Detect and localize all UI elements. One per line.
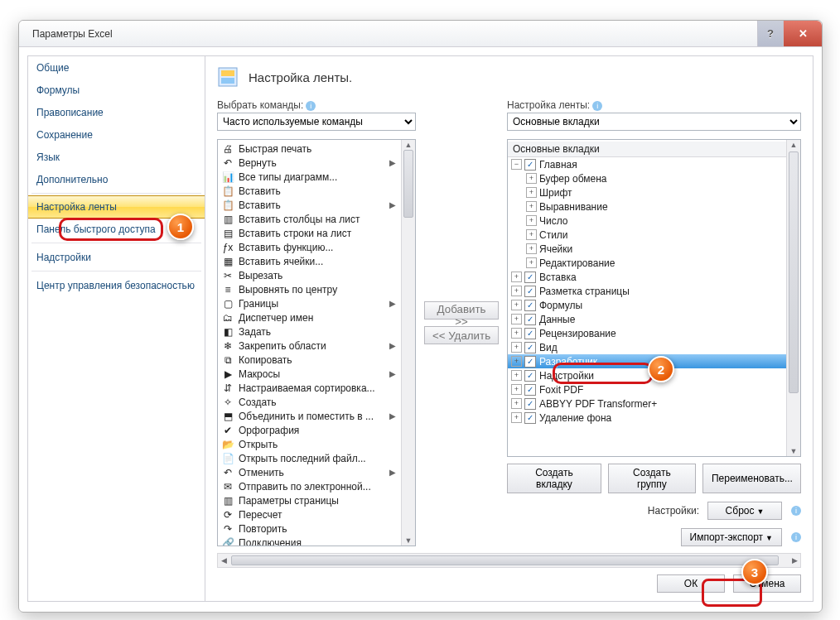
command-item[interactable]: ▥Параметры страницы: [218, 493, 402, 507]
info-icon[interactable]: i: [791, 506, 801, 516]
horizontal-scrollbar[interactable]: ◀▶: [217, 553, 801, 568]
command-item[interactable]: ▢Границы▶: [218, 296, 402, 310]
tree-expander[interactable]: +: [526, 229, 537, 240]
tree-checkbox[interactable]: ✓: [524, 356, 536, 368]
command-item[interactable]: ↷Повторить: [218, 521, 402, 536]
command-item[interactable]: 📂Открыть: [218, 437, 402, 451]
sidebar-item-trust-center[interactable]: Центр управления безопасностью: [28, 274, 205, 296]
command-item[interactable]: 🔗Подключения: [218, 536, 402, 546]
tree-expander[interactable]: +: [511, 412, 522, 423]
command-item[interactable]: ⟳Пересчет: [218, 507, 402, 521]
tree-row[interactable]: +✓Foxit PDF: [508, 382, 787, 397]
reset-button[interactable]: Сброс▼: [707, 502, 782, 520]
tree-row[interactable]: +✓Вид: [508, 340, 787, 354]
sidebar-item-language[interactable]: Язык: [28, 146, 205, 168]
help-button[interactable]: ?: [757, 21, 783, 46]
command-item[interactable]: ⇵Настраиваемая сортировка...: [218, 381, 402, 395]
sidebar-item-proofing[interactable]: Правописание: [28, 101, 205, 123]
choose-commands-dropdown[interactable]: Часто используемые команды: [217, 113, 416, 131]
tree-checkbox[interactable]: ✓: [524, 370, 536, 382]
add-button[interactable]: Добавить >>: [424, 301, 499, 320]
tree-checkbox[interactable]: ✓: [524, 314, 536, 325]
command-item[interactable]: ✧Создать: [218, 395, 402, 409]
sidebar-item-formulas[interactable]: Формулы: [28, 79, 205, 101]
customize-ribbon-dropdown[interactable]: Основные вкладки: [507, 113, 801, 131]
command-item[interactable]: ↶Вернуть▶: [218, 156, 402, 170]
sidebar-item-addins[interactable]: Надстройки: [28, 246, 205, 268]
commands-listbox[interactable]: 🖨Быстрая печать↶Вернуть▶📊Все типы диагра…: [217, 139, 416, 546]
command-item[interactable]: 📊Все типы диаграмм...: [218, 170, 402, 184]
tree-checkbox[interactable]: ✓: [524, 398, 536, 410]
tree-row[interactable]: +Число: [508, 214, 787, 228]
ok-button[interactable]: ОК: [657, 574, 725, 593]
tree-checkbox[interactable]: ✓: [524, 286, 536, 297]
tree-expander[interactable]: +: [511, 300, 522, 310]
tree-row[interactable]: +✓Вставка: [508, 270, 787, 284]
tree-row[interactable]: +Стили: [508, 228, 787, 242]
command-item[interactable]: ❄Закрепить области▶: [218, 339, 402, 353]
command-item[interactable]: 📋Вставить▶: [218, 198, 402, 212]
import-export-button[interactable]: Импорт-экспорт▼: [681, 528, 782, 546]
command-item[interactable]: ▦Вставить ячейки...: [218, 254, 402, 268]
new-group-button[interactable]: Создать группу: [608, 464, 696, 493]
tree-expander[interactable]: +: [526, 187, 537, 198]
tree-expander[interactable]: +: [526, 201, 537, 212]
command-item[interactable]: 🖨Быстрая печать: [218, 142, 402, 156]
tree-expander[interactable]: +: [511, 328, 522, 339]
command-item[interactable]: ▶Макросы▶: [218, 367, 402, 381]
command-item[interactable]: 📋Вставить: [218, 184, 402, 198]
tree-row[interactable]: +Ячейки: [508, 242, 787, 256]
tree-checkbox[interactable]: ✓: [524, 300, 536, 311]
command-item[interactable]: ✔Орфография: [218, 423, 402, 437]
tree-row[interactable]: +Редактирование: [508, 256, 787, 270]
tree-checkbox[interactable]: ✓: [524, 384, 536, 396]
remove-button[interactable]: << Удалить: [424, 326, 499, 344]
tree-expander[interactable]: +: [511, 398, 522, 409]
tree-checkbox[interactable]: ✓: [524, 412, 536, 424]
tree-expander[interactable]: +: [511, 342, 522, 353]
info-icon[interactable]: i: [306, 101, 316, 111]
close-button[interactable]: ✕: [783, 21, 822, 46]
new-tab-button[interactable]: Создать вкладку: [507, 464, 601, 493]
tree-row[interactable]: +✓Данные: [508, 312, 787, 326]
tree-expander[interactable]: +: [511, 286, 522, 296]
command-item[interactable]: ◧Задать: [218, 324, 402, 339]
command-item[interactable]: 🗂Диспетчер имен: [218, 310, 402, 324]
command-item[interactable]: ƒxВставить функцию...: [218, 240, 402, 254]
tree-checkbox[interactable]: ✓: [524, 159, 536, 171]
info-icon[interactable]: i: [592, 101, 602, 111]
command-item[interactable]: ⧉Копировать: [218, 353, 402, 367]
sidebar-item-save[interactable]: Сохранение: [28, 123, 205, 146]
tree-row[interactable]: +Шрифт: [508, 185, 787, 199]
tree-expander[interactable]: +: [526, 257, 537, 268]
tree-checkbox[interactable]: ✓: [524, 328, 536, 339]
tree-expander[interactable]: +: [511, 384, 522, 395]
sidebar-item-general[interactable]: Общие: [28, 56, 205, 79]
rename-button[interactable]: Переименовать...: [702, 464, 801, 493]
command-item[interactable]: 📄Открыть последний файл...: [218, 451, 402, 465]
tree-row[interactable]: +✓Разметка страницы: [508, 284, 787, 298]
commands-scrollbar[interactable]: ▲▼: [401, 140, 415, 546]
command-item[interactable]: ⬒Объединить и поместить в ...▶: [218, 409, 402, 423]
tree-checkbox[interactable]: ✓: [524, 272, 536, 283]
command-item[interactable]: ↶Отменить▶: [218, 465, 402, 479]
info-icon[interactable]: i: [791, 532, 801, 542]
tree-expander[interactable]: +: [511, 370, 522, 381]
command-item[interactable]: ▤Вставить строки на лист: [218, 226, 402, 240]
tree-expander[interactable]: +: [526, 243, 537, 254]
command-item[interactable]: ✂Вырезать: [218, 268, 402, 282]
tree-row[interactable]: −✓Главная: [508, 157, 787, 171]
sidebar-item-advanced[interactable]: Дополнительно: [28, 168, 205, 190]
tree-row[interactable]: +Буфер обмена: [508, 171, 787, 185]
tree-row[interactable]: +✓ABBYY PDF Transformer+: [508, 397, 787, 411]
ribbon-tree[interactable]: Основные вкладки −✓Главная+Буфер обмена+…: [507, 139, 801, 457]
tree-row[interactable]: +Выравнивание: [508, 199, 787, 214]
tree-row[interactable]: +✓Удаление фона: [508, 411, 787, 425]
tree-expander[interactable]: +: [526, 173, 537, 184]
tree-expander[interactable]: +: [526, 215, 537, 226]
tree-checkbox[interactable]: ✓: [524, 342, 536, 353]
tree-expander[interactable]: +: [511, 272, 522, 282]
tree-expander[interactable]: −: [511, 159, 522, 170]
tree-row[interactable]: +✓Формулы: [508, 298, 787, 312]
tree-expander[interactable]: +: [511, 314, 522, 324]
